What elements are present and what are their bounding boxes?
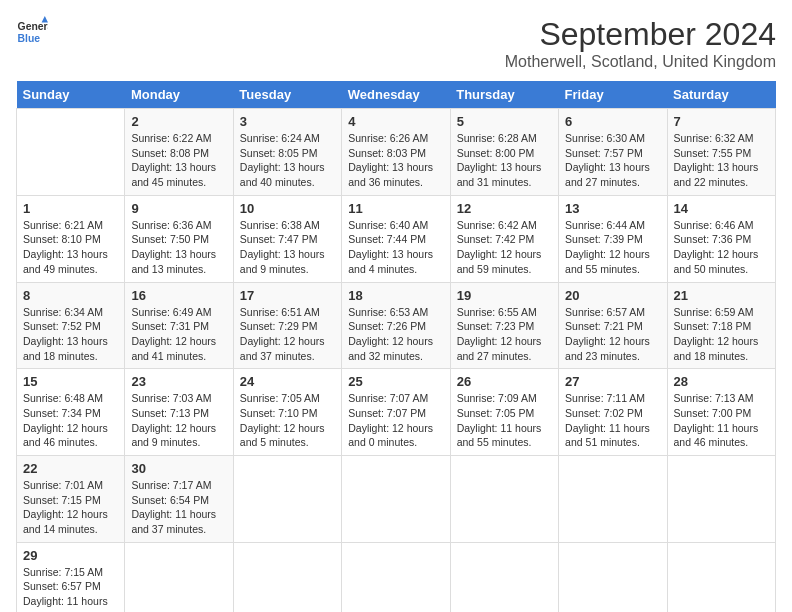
calendar-cell: 17Sunrise: 6:51 AMSunset: 7:29 PMDayligh… bbox=[233, 282, 341, 369]
calendar-cell: 23Sunrise: 7:03 AMSunset: 7:13 PMDayligh… bbox=[125, 369, 233, 456]
day-detail: Sunrise: 6:51 AMSunset: 7:29 PMDaylight:… bbox=[240, 306, 325, 362]
weekday-header-tuesday: Tuesday bbox=[233, 81, 341, 109]
logo: General Blue bbox=[16, 16, 48, 48]
day-detail: Sunrise: 6:59 AMSunset: 7:18 PMDaylight:… bbox=[674, 306, 759, 362]
calendar-cell: 1Sunrise: 6:21 AMSunset: 8:10 PMDaylight… bbox=[17, 195, 125, 282]
calendar-cell: 8Sunrise: 6:34 AMSunset: 7:52 PMDaylight… bbox=[17, 282, 125, 369]
day-detail: Sunrise: 6:38 AMSunset: 7:47 PMDaylight:… bbox=[240, 219, 325, 275]
calendar-cell: 12Sunrise: 6:42 AMSunset: 7:42 PMDayligh… bbox=[450, 195, 558, 282]
day-detail: Sunrise: 6:55 AMSunset: 7:23 PMDaylight:… bbox=[457, 306, 542, 362]
weekday-header-thursday: Thursday bbox=[450, 81, 558, 109]
svg-marker-2 bbox=[42, 16, 48, 22]
day-detail: Sunrise: 6:22 AMSunset: 8:08 PMDaylight:… bbox=[131, 132, 216, 188]
day-detail: Sunrise: 7:05 AMSunset: 7:10 PMDaylight:… bbox=[240, 392, 325, 448]
day-detail: Sunrise: 6:40 AMSunset: 7:44 PMDaylight:… bbox=[348, 219, 433, 275]
day-detail: Sunrise: 6:32 AMSunset: 7:55 PMDaylight:… bbox=[674, 132, 759, 188]
calendar-cell: 29Sunrise: 7:15 AMSunset: 6:57 PMDayligh… bbox=[17, 542, 125, 612]
calendar-cell: 26Sunrise: 7:09 AMSunset: 7:05 PMDayligh… bbox=[450, 369, 558, 456]
calendar-cell: 21Sunrise: 6:59 AMSunset: 7:18 PMDayligh… bbox=[667, 282, 775, 369]
calendar-cell bbox=[233, 456, 341, 543]
day-detail: Sunrise: 6:53 AMSunset: 7:26 PMDaylight:… bbox=[348, 306, 433, 362]
day-detail: Sunrise: 6:28 AMSunset: 8:00 PMDaylight:… bbox=[457, 132, 542, 188]
day-detail: Sunrise: 6:21 AMSunset: 8:10 PMDaylight:… bbox=[23, 219, 108, 275]
day-number: 30 bbox=[131, 461, 226, 476]
day-detail: Sunrise: 6:26 AMSunset: 8:03 PMDaylight:… bbox=[348, 132, 433, 188]
day-number: 23 bbox=[131, 374, 226, 389]
calendar-week-row: 1Sunrise: 6:21 AMSunset: 8:10 PMDaylight… bbox=[17, 195, 776, 282]
calendar-cell bbox=[559, 542, 667, 612]
day-number: 18 bbox=[348, 288, 443, 303]
day-detail: Sunrise: 6:46 AMSunset: 7:36 PMDaylight:… bbox=[674, 219, 759, 275]
logo-icon: General Blue bbox=[16, 16, 48, 48]
day-detail: Sunrise: 7:15 AMSunset: 6:57 PMDaylight:… bbox=[23, 566, 108, 612]
day-number: 27 bbox=[565, 374, 660, 389]
page-subtitle: Motherwell, Scotland, United Kingdom bbox=[505, 53, 776, 71]
day-detail: Sunrise: 7:11 AMSunset: 7:02 PMDaylight:… bbox=[565, 392, 650, 448]
calendar-cell: 13Sunrise: 6:44 AMSunset: 7:39 PMDayligh… bbox=[559, 195, 667, 282]
day-detail: Sunrise: 6:36 AMSunset: 7:50 PMDaylight:… bbox=[131, 219, 216, 275]
day-number: 12 bbox=[457, 201, 552, 216]
day-detail: Sunrise: 6:30 AMSunset: 7:57 PMDaylight:… bbox=[565, 132, 650, 188]
calendar-cell bbox=[559, 456, 667, 543]
day-number: 13 bbox=[565, 201, 660, 216]
day-number: 4 bbox=[348, 114, 443, 129]
calendar-cell: 7Sunrise: 6:32 AMSunset: 7:55 PMDaylight… bbox=[667, 109, 775, 196]
day-detail: Sunrise: 7:17 AMSunset: 6:54 PMDaylight:… bbox=[131, 479, 216, 535]
calendar-cell: 9Sunrise: 6:36 AMSunset: 7:50 PMDaylight… bbox=[125, 195, 233, 282]
day-number: 7 bbox=[674, 114, 769, 129]
calendar-cell: 16Sunrise: 6:49 AMSunset: 7:31 PMDayligh… bbox=[125, 282, 233, 369]
day-detail: Sunrise: 7:01 AMSunset: 7:15 PMDaylight:… bbox=[23, 479, 108, 535]
day-number: 21 bbox=[674, 288, 769, 303]
calendar-cell: 19Sunrise: 6:55 AMSunset: 7:23 PMDayligh… bbox=[450, 282, 558, 369]
calendar-cell: 4Sunrise: 6:26 AMSunset: 8:03 PMDaylight… bbox=[342, 109, 450, 196]
day-number: 6 bbox=[565, 114, 660, 129]
day-number: 11 bbox=[348, 201, 443, 216]
svg-text:General: General bbox=[18, 21, 48, 32]
calendar-week-row: 15Sunrise: 6:48 AMSunset: 7:34 PMDayligh… bbox=[17, 369, 776, 456]
day-number: 29 bbox=[23, 548, 118, 563]
day-number: 14 bbox=[674, 201, 769, 216]
calendar-cell: 30Sunrise: 7:17 AMSunset: 6:54 PMDayligh… bbox=[125, 456, 233, 543]
calendar-cell bbox=[342, 456, 450, 543]
svg-text:Blue: Blue bbox=[18, 33, 41, 44]
day-number: 28 bbox=[674, 374, 769, 389]
day-detail: Sunrise: 6:34 AMSunset: 7:52 PMDaylight:… bbox=[23, 306, 108, 362]
day-number: 2 bbox=[131, 114, 226, 129]
day-number: 17 bbox=[240, 288, 335, 303]
calendar-cell bbox=[342, 542, 450, 612]
calendar-cell bbox=[450, 456, 558, 543]
calendar-cell: 28Sunrise: 7:13 AMSunset: 7:00 PMDayligh… bbox=[667, 369, 775, 456]
page-header: General Blue September 2024 Motherwell, … bbox=[16, 16, 776, 71]
weekday-header-wednesday: Wednesday bbox=[342, 81, 450, 109]
weekday-header-monday: Monday bbox=[125, 81, 233, 109]
weekday-header-sunday: Sunday bbox=[17, 81, 125, 109]
day-number: 22 bbox=[23, 461, 118, 476]
day-number: 24 bbox=[240, 374, 335, 389]
day-detail: Sunrise: 6:49 AMSunset: 7:31 PMDaylight:… bbox=[131, 306, 216, 362]
calendar-table: SundayMondayTuesdayWednesdayThursdayFrid… bbox=[16, 81, 776, 612]
calendar-cell: 5Sunrise: 6:28 AMSunset: 8:00 PMDaylight… bbox=[450, 109, 558, 196]
day-number: 10 bbox=[240, 201, 335, 216]
day-number: 19 bbox=[457, 288, 552, 303]
day-detail: Sunrise: 6:57 AMSunset: 7:21 PMDaylight:… bbox=[565, 306, 650, 362]
calendar-week-row: 2Sunrise: 6:22 AMSunset: 8:08 PMDaylight… bbox=[17, 109, 776, 196]
day-detail: Sunrise: 7:03 AMSunset: 7:13 PMDaylight:… bbox=[131, 392, 216, 448]
day-detail: Sunrise: 7:13 AMSunset: 7:00 PMDaylight:… bbox=[674, 392, 759, 448]
title-section: September 2024 Motherwell, Scotland, Uni… bbox=[505, 16, 776, 71]
calendar-cell: 3Sunrise: 6:24 AMSunset: 8:05 PMDaylight… bbox=[233, 109, 341, 196]
day-detail: Sunrise: 6:42 AMSunset: 7:42 PMDaylight:… bbox=[457, 219, 542, 275]
page-title: September 2024 bbox=[505, 16, 776, 53]
weekday-header-row: SundayMondayTuesdayWednesdayThursdayFrid… bbox=[17, 81, 776, 109]
calendar-cell: 15Sunrise: 6:48 AMSunset: 7:34 PMDayligh… bbox=[17, 369, 125, 456]
day-detail: Sunrise: 7:09 AMSunset: 7:05 PMDaylight:… bbox=[457, 392, 542, 448]
calendar-cell bbox=[667, 542, 775, 612]
day-number: 9 bbox=[131, 201, 226, 216]
day-number: 20 bbox=[565, 288, 660, 303]
calendar-cell bbox=[233, 542, 341, 612]
calendar-cell: 18Sunrise: 6:53 AMSunset: 7:26 PMDayligh… bbox=[342, 282, 450, 369]
day-number: 26 bbox=[457, 374, 552, 389]
calendar-cell: 2Sunrise: 6:22 AMSunset: 8:08 PMDaylight… bbox=[125, 109, 233, 196]
day-number: 8 bbox=[23, 288, 118, 303]
calendar-cell: 20Sunrise: 6:57 AMSunset: 7:21 PMDayligh… bbox=[559, 282, 667, 369]
calendar-cell: 27Sunrise: 7:11 AMSunset: 7:02 PMDayligh… bbox=[559, 369, 667, 456]
